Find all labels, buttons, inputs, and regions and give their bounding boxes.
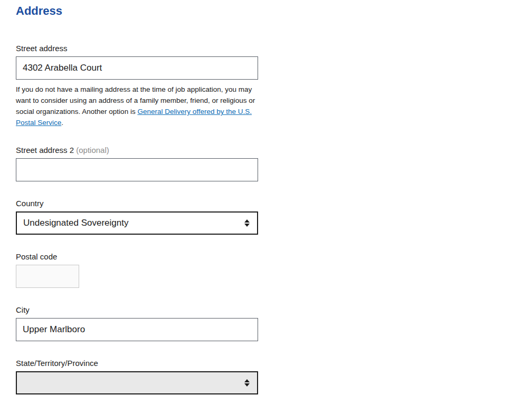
country-label: Country bbox=[16, 199, 258, 208]
postal-code-input[interactable] bbox=[16, 265, 79, 288]
page-title: Address bbox=[16, 4, 258, 18]
street-address-2-label: Street address 2 (optional) bbox=[16, 146, 258, 155]
street-address-input[interactable] bbox=[16, 56, 258, 80]
city-label: City bbox=[16, 306, 258, 314]
country-group: Country Undesignated Sovereignty bbox=[16, 199, 258, 235]
triangle-down-icon bbox=[244, 224, 250, 227]
mailing-address-hint: If you do not have a mailing address at … bbox=[16, 84, 258, 128]
triangle-up-icon bbox=[244, 379, 250, 382]
triangle-down-icon bbox=[244, 383, 250, 387]
triangle-up-icon bbox=[244, 219, 250, 223]
street-address-group: Street address If you do not have a mail… bbox=[16, 44, 258, 128]
address-form: Address Street address If you do not hav… bbox=[16, 4, 258, 394]
street-address-label: Street address bbox=[16, 44, 258, 53]
optional-tag: (optional) bbox=[76, 146, 109, 155]
state-select[interactable] bbox=[16, 371, 258, 394]
country-select-value: Undesignated Sovereignty bbox=[23, 218, 128, 228]
city-group: City bbox=[16, 306, 258, 341]
unfold-more-icon bbox=[244, 219, 250, 227]
street-address-2-group: Street address 2 (optional) bbox=[16, 146, 258, 181]
street-address-2-input[interactable] bbox=[16, 158, 258, 181]
country-select[interactable]: Undesignated Sovereignty bbox=[16, 211, 258, 235]
postal-code-group: Postal code bbox=[16, 253, 258, 288]
state-group: State/Territory/Province bbox=[16, 359, 258, 394]
street-address-2-label-text: Street address 2 bbox=[16, 146, 74, 155]
postal-code-label: Postal code bbox=[16, 253, 258, 261]
city-input[interactable] bbox=[16, 318, 258, 341]
state-label: State/Territory/Province bbox=[16, 359, 258, 368]
hint-text-after: . bbox=[61, 119, 63, 127]
address-form-page: Address Street address If you do not hav… bbox=[0, 0, 532, 405]
unfold-more-icon bbox=[244, 379, 250, 387]
